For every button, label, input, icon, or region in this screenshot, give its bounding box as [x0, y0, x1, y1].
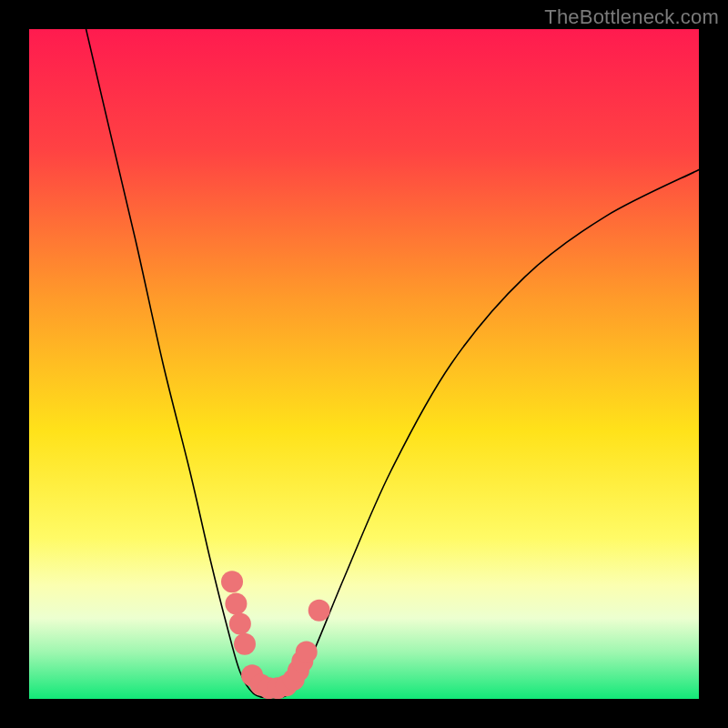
plot-area — [29, 29, 699, 699]
watermark-text: TheBottleneck.com — [544, 5, 719, 29]
gradient-background — [29, 29, 699, 699]
chart-frame: TheBottleneck.com — [0, 0, 728, 728]
data-marker — [229, 613, 251, 635]
data-marker — [225, 592, 247, 614]
data-marker — [221, 571, 243, 592]
data-marker — [234, 633, 256, 655]
data-marker — [296, 641, 318, 662]
data-marker — [308, 600, 330, 622]
chart-svg — [29, 29, 699, 699]
